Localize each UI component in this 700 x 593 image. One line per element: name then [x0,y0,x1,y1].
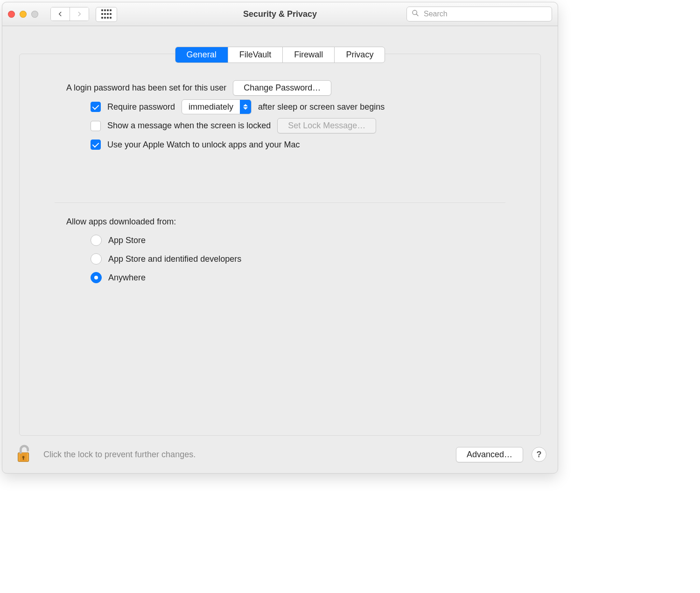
login-password-row: A login password has been set for this u… [66,80,494,96]
tab-privacy[interactable]: Privacy [334,47,385,63]
footer: Click the lock to prevent further change… [2,436,558,473]
close-window-button[interactable] [8,11,15,18]
show-all-preferences-button[interactable] [96,7,117,22]
lock-message-checkbox[interactable] [91,121,101,131]
tab-general[interactable]: General [175,47,228,63]
zoom-window-button[interactable] [31,11,38,18]
lock-hint-text: Click the lock to prevent further change… [43,450,196,460]
search-input[interactable] [423,9,547,19]
grid-icon [101,9,112,20]
set-lock-message-button[interactable]: Set Lock Message… [277,118,376,133]
gatekeeper-heading-row: Allow apps downloaded from: [66,214,494,229]
lock-icon[interactable] [14,444,35,465]
stepper-icon [240,100,251,114]
radio-identified-developers[interactable] [91,253,102,265]
lock-message-row: Show a message when the screen is locked… [66,118,494,133]
radio-identified-developers-label: App Store and identified developers [108,254,241,264]
login-password-status: A login password has been set for this u… [66,83,226,93]
tab-firewall[interactable]: Firewall [282,47,334,63]
radio-app-store-label: App Store [108,236,146,245]
require-password-delay-value: immediately [182,102,240,112]
lock-message-label: Show a message when the screen is locked [107,121,271,131]
toolbar-nav [50,7,117,21]
radio-app-store[interactable] [91,235,102,246]
tab-bar: General FileVault Firewall Privacy [175,47,385,63]
svg-line-1 [416,14,418,16]
search-icon [412,9,419,19]
preferences-window: Security & Privacy General FileVault Fir… [2,2,558,474]
help-button[interactable]: ? [532,447,546,462]
apple-watch-row: Use your Apple Watch to unlock apps and … [66,137,494,152]
back-button[interactable] [51,7,70,21]
minimize-window-button[interactable] [20,11,27,18]
advanced-button[interactable]: Advanced… [456,447,523,462]
apple-watch-label: Use your Apple Watch to unlock apps and … [107,140,300,150]
tab-filevault[interactable]: FileVault [228,47,283,63]
search-field[interactable] [406,7,552,21]
window-controls [8,11,38,18]
back-forward-segmented [50,7,89,21]
require-password-checkbox[interactable] [91,102,101,112]
require-password-delay-popup[interactable]: immediately [182,99,252,114]
radio-anywhere[interactable] [91,272,102,283]
general-panel: A login password has been set for this u… [19,54,541,436]
svg-rect-5 [23,458,24,460]
section-divider [55,202,505,203]
gatekeeper-option-identified: App Store and identified developers [66,251,494,266]
require-password-label-after: after sleep or screen saver begins [258,102,385,112]
require-password-label-before: Require password [107,102,175,112]
apple-watch-checkbox[interactable] [91,140,101,150]
gatekeeper-option-anywhere: Anywhere [66,270,494,285]
change-password-button[interactable]: Change Password… [233,80,331,96]
radio-anywhere-label: Anywhere [108,273,146,283]
gatekeeper-option-app-store: App Store [66,233,494,248]
require-password-row: Require password immediately after sleep… [66,99,494,114]
forward-button[interactable] [70,7,89,21]
gatekeeper-heading: Allow apps downloaded from: [66,217,176,227]
window-body: General FileVault Firewall Privacy A log… [2,26,558,473]
titlebar: Security & Privacy [2,2,558,26]
